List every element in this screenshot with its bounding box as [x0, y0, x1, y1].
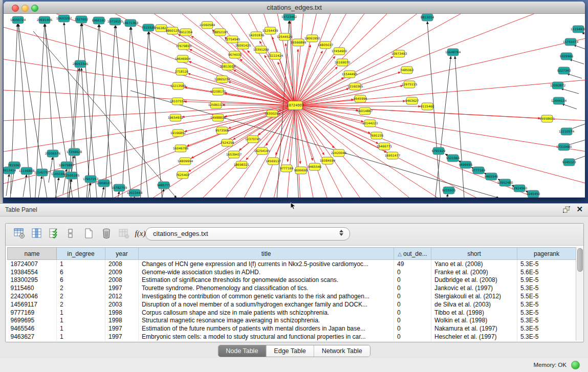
column-header-title[interactable]: title	[139, 248, 394, 260]
network-node[interactable]: 6966160	[92, 17, 106, 24]
network-node[interactable]: 14671368	[123, 19, 139, 27]
network-node[interactable]: 15723462	[281, 14, 297, 20]
network-node[interactable]: 10208170	[210, 88, 226, 95]
network-node[interactable]: 17310480	[556, 143, 572, 150]
network-node[interactable]: 7524254	[221, 139, 234, 146]
table-row[interactable]: 1872400712008Changes of HCN gene express…	[8, 260, 576, 268]
network-node[interactable]: 9121966	[446, 155, 460, 162]
network-node[interactable]: 10952480	[497, 179, 513, 186]
rows-button[interactable]	[64, 227, 77, 240]
network-node[interactable]: 7625402	[176, 171, 190, 179]
network-node[interactable]: 14809994	[178, 158, 193, 165]
column-header-short[interactable]: short	[431, 248, 517, 260]
network-node[interactable]: 9463627	[405, 97, 419, 104]
network-node[interactable]: 15751074	[563, 38, 579, 46]
network-node[interactable]: 12865279	[214, 76, 230, 83]
table-row[interactable]: 2242004622012Investigating the contribut…	[8, 292, 576, 300]
network-node[interactable]: 9465546	[485, 173, 498, 180]
tab-edge-table[interactable]: Edge Table	[266, 345, 314, 357]
delete-column-button[interactable]	[100, 227, 113, 240]
network-node[interactable]: 9777169	[280, 165, 294, 172]
network-node[interactable]: 12754545	[225, 36, 241, 43]
network-node[interactable]: 16091425	[235, 42, 251, 49]
network-node[interactable]: 14805037	[318, 41, 334, 49]
network-window-titlebar[interactable]: citations_edges.txt	[4, 2, 585, 14]
network-node[interactable]: 14055724	[10, 16, 26, 24]
network-node[interactable]: 14569117	[266, 158, 281, 165]
network-node[interactable]: 9465546	[308, 163, 322, 170]
column-visibility-button[interactable]	[30, 227, 43, 240]
tab-network-table[interactable]: Network Table	[314, 345, 370, 357]
table-row[interactable]: 969969511998Structural magnetic resonanc…	[8, 317, 576, 325]
column-header-name[interactable]: name	[8, 248, 57, 260]
network-node[interactable]: 10973493	[391, 50, 407, 57]
network-node[interactable]: 2718126	[175, 68, 189, 75]
network-node[interactable]: 7691235	[370, 132, 384, 139]
network-node[interactable]: 19061950	[304, 35, 320, 42]
table-scrollbar-thumb[interactable]	[577, 248, 583, 272]
network-node[interactable]: 11154938	[571, 26, 585, 33]
network-node[interactable]: 9674033	[228, 51, 242, 58]
network-node[interactable]: 12370745	[245, 136, 261, 143]
network-node[interactable]: 7485063	[400, 67, 414, 74]
table-row[interactable]: 1938455462009Genome-wide association stu…	[8, 268, 576, 276]
network-node[interactable]: 13222424	[268, 52, 284, 59]
network-node[interactable]: 10975887	[59, 162, 75, 169]
network-node[interactable]: 17454900	[332, 48, 347, 55]
network-node[interactable]: 3913414	[4, 167, 16, 174]
column-header-in_degree[interactable]: in_degree	[57, 248, 105, 260]
column-header-pagerank[interactable]: pagerank	[517, 248, 576, 260]
network-node[interactable]: 18724007	[287, 101, 304, 110]
network-node[interactable]: 18300295	[265, 110, 280, 117]
network-node[interactable]: 12213589	[170, 82, 186, 90]
network-node[interactable]: 12160365	[347, 83, 363, 90]
network-node[interactable]: 9115460	[421, 103, 434, 110]
network-node[interactable]: 18698321	[234, 161, 250, 168]
network-node[interactable]: 11254439	[263, 27, 278, 34]
network-node[interactable]: 15958601	[539, 115, 555, 122]
table-row[interactable]: 977716911998Corpus callosum shape and si…	[8, 309, 576, 317]
network-node[interactable]: 12142757	[34, 169, 50, 176]
network-node[interactable]: 9573566	[215, 127, 229, 134]
tab-node-table[interactable]: Node Table	[218, 345, 266, 357]
network-node[interactable]: 22420046	[331, 149, 347, 157]
table-row[interactable]: 946554611997Estimation of the future num…	[8, 324, 576, 333]
network-node[interactable]: 12210574	[559, 128, 575, 135]
network-node[interactable]: 6791929	[432, 147, 446, 155]
network-node[interactable]: 9245123	[562, 159, 576, 166]
network-node[interactable]: 16014867	[357, 107, 373, 115]
network-node[interactable]: 16782759	[112, 184, 127, 191]
network-node[interactable]: 16169070	[335, 59, 351, 66]
network-node[interactable]: 10391209	[253, 46, 269, 53]
network-node[interactable]: 12975115	[402, 81, 418, 88]
network-node[interactable]: 9699695	[294, 167, 308, 174]
row-selection-button[interactable]	[48, 227, 61, 240]
network-node[interactable]: 20813018	[220, 63, 236, 70]
network-node[interactable]: 12093872	[550, 82, 566, 89]
float-panel-icon[interactable]	[562, 206, 571, 214]
network-graph[interactable]: 1830029522060584188521971275454516091425…	[4, 14, 585, 198]
network-node[interactable]: 9777169	[472, 167, 486, 174]
network-node[interactable]: 9227343	[557, 67, 571, 74]
network-node[interactable]: 12505185	[64, 172, 80, 179]
network-node[interactable]: 14988818	[210, 114, 226, 121]
network-node[interactable]: 7515526	[142, 24, 156, 31]
network-node[interactable]: 9329966	[560, 53, 574, 60]
network-node[interactable]: 10144223	[362, 120, 378, 127]
network-node[interactable]: 11156808	[19, 167, 35, 174]
network-node[interactable]: 19384554	[320, 157, 336, 164]
table-selector-dropdown[interactable]: citations_edges.txt	[145, 227, 350, 240]
network-node[interactable]: 16648784	[445, 49, 461, 56]
network-node[interactable]: 12544529	[277, 33, 293, 40]
network-node[interactable]: 16539417	[226, 151, 242, 158]
network-node[interactable]: 14201836	[249, 32, 265, 39]
network-node[interactable]: 19166852	[170, 129, 186, 137]
table-row[interactable]: 911546021997Tourette syndrome. Phenomeno…	[8, 284, 576, 292]
network-node[interactable]: 28053346	[73, 60, 89, 68]
table-row[interactable]: 1830029562008Estimation of significance …	[8, 276, 576, 285]
network-node[interactable]: 9215935	[442, 187, 456, 194]
network-node[interactable]: 20206576	[45, 150, 61, 157]
network-node[interactable]: 10653287	[56, 15, 72, 22]
network-node[interactable]: 20691406	[37, 16, 53, 24]
network-node[interactable]: 16951477	[385, 152, 401, 159]
